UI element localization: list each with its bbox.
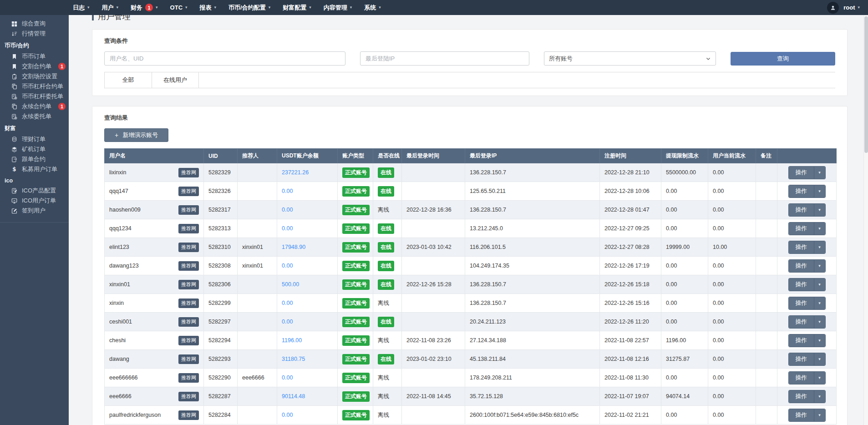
referral-badge[interactable]: 推荐网 — [178, 373, 199, 383]
sidebar-item[interactable]: 永续委托单 — [0, 111, 69, 121]
sidebar-item[interactable]: 币币订单 — [0, 51, 69, 61]
action-button[interactable]: 操作▾ — [788, 241, 826, 254]
balance-link[interactable]: 0.00 — [282, 374, 293, 381]
last-login-ip-input[interactable] — [360, 51, 529, 66]
balance-link[interactable]: 0.00 — [282, 188, 293, 194]
referral-badge[interactable]: 推荐网 — [178, 280, 199, 289]
nav-item-1[interactable]: 用户▾ — [102, 4, 119, 12]
balance-link[interactable]: 31180.75 — [282, 356, 305, 362]
action-dropdown-toggle[interactable]: ▾ — [814, 167, 825, 179]
action-button[interactable]: 操作▾ — [788, 166, 826, 179]
action-button[interactable]: 操作▾ — [788, 222, 826, 235]
sidebar-item[interactable]: 矿机订单 — [0, 144, 69, 154]
referral-badge[interactable]: 推荐网 — [178, 261, 199, 271]
referral-badge[interactable]: 推荐网 — [178, 354, 199, 364]
filter-tab-1[interactable]: 在线用户 — [152, 72, 199, 88]
action-button[interactable]: 操作▾ — [788, 259, 826, 273]
sidebar-item[interactable]: 私募用户订单 — [0, 164, 69, 174]
action-dropdown-toggle[interactable]: ▾ — [814, 334, 825, 347]
balance-link[interactable]: 90114.48 — [282, 393, 305, 400]
action-button[interactable]: 操作▾ — [788, 185, 826, 198]
sidebar-item[interactable]: 行情管理 — [0, 29, 69, 39]
action-button[interactable]: 操作▾ — [788, 278, 826, 291]
action-dropdown-toggle[interactable]: ▾ — [814, 241, 825, 253]
action-dropdown-toggle[interactable]: ▾ — [814, 409, 825, 421]
action-button-label[interactable]: 操作 — [789, 316, 814, 328]
nav-item-2[interactable]: 财务1▾ — [131, 4, 158, 12]
referral-badge[interactable]: 推荐网 — [178, 410, 199, 420]
action-dropdown-toggle[interactable]: ▾ — [814, 185, 825, 197]
action-button-label[interactable]: 操作 — [789, 372, 814, 384]
action-dropdown-toggle[interactable]: ▾ — [814, 316, 825, 328]
action-button[interactable]: 操作▾ — [788, 353, 826, 366]
action-button-label[interactable]: 操作 — [789, 241, 814, 253]
scrollbar-thumb[interactable] — [864, 16, 868, 153]
username-uid-input[interactable] — [104, 51, 345, 66]
user-menu[interactable]: root ▾ — [843, 4, 860, 11]
action-dropdown-toggle[interactable]: ▾ — [814, 223, 825, 235]
balance-link[interactable]: 1196.00 — [282, 337, 302, 344]
user-avatar[interactable] — [827, 2, 839, 14]
balance-link[interactable]: 0.00 — [282, 319, 293, 325]
balance-link[interactable]: 17948.90 — [282, 244, 305, 250]
action-button-label[interactable]: 操作 — [789, 260, 814, 272]
action-button[interactable]: 操作▾ — [788, 334, 826, 347]
action-dropdown-toggle[interactable]: ▾ — [814, 390, 825, 403]
balance-link[interactable]: 500.00 — [282, 281, 299, 288]
nav-item-7[interactable]: 内容管理▾ — [324, 4, 352, 12]
sidebar-item[interactable]: 签到用户 — [0, 206, 69, 216]
referral-badge[interactable]: 推荐网 — [178, 317, 199, 327]
add-demo-account-button[interactable]: + 新增演示账号 — [104, 128, 168, 142]
action-dropdown-toggle[interactable]: ▾ — [814, 260, 825, 272]
action-button[interactable]: 操作▾ — [788, 315, 826, 329]
nav-item-3[interactable]: OTC▾ — [170, 4, 188, 11]
action-button[interactable]: 操作▾ — [788, 297, 826, 310]
action-button-label[interactable]: 操作 — [789, 185, 814, 197]
sidebar-item[interactable]: ICO用户订单 — [0, 196, 69, 206]
sidebar-item[interactable]: 币币杠杆合约单 — [0, 81, 69, 91]
action-button-label[interactable]: 操作 — [789, 297, 814, 309]
balance-link[interactable]: 0.00 — [282, 263, 293, 269]
action-button-label[interactable]: 操作 — [789, 167, 814, 179]
referral-badge[interactable]: 推荐网 — [178, 205, 199, 215]
referral-badge[interactable]: 推荐网 — [178, 336, 199, 345]
action-dropdown-toggle[interactable]: ▾ — [814, 278, 825, 291]
action-dropdown-toggle[interactable]: ▾ — [814, 372, 825, 384]
referral-badge[interactable]: 推荐网 — [178, 299, 199, 308]
sidebar-item[interactable]: 币币杠杆委托单 — [0, 91, 69, 101]
referral-badge[interactable]: 推荐网 — [178, 392, 199, 401]
sidebar-item[interactable]: 综合查询 — [0, 19, 69, 29]
search-button[interactable]: 查询 — [731, 52, 835, 66]
account-type-select[interactable]: 所有账号 — [544, 51, 716, 66]
action-button-label[interactable]: 操作 — [789, 223, 814, 235]
sidebar-item[interactable]: 交割场控设置 — [0, 71, 69, 81]
action-button-label[interactable]: 操作 — [789, 204, 814, 216]
action-button[interactable]: 操作▾ — [788, 371, 826, 385]
sidebar-item[interactable]: ICO产品配置 — [0, 186, 69, 196]
page-scrollbar[interactable] — [863, 15, 868, 425]
balance-link[interactable]: 0.00 — [282, 207, 293, 213]
balance-link[interactable]: 237221.26 — [282, 169, 309, 176]
action-button[interactable]: 操作▾ — [788, 390, 826, 403]
sidebar-item[interactable]: 交割合约单1 — [0, 61, 69, 71]
action-button-label[interactable]: 操作 — [789, 353, 814, 365]
nav-item-5[interactable]: 币币/合约配置▾ — [228, 4, 270, 12]
sidebar-item[interactable]: 跟单合约 — [0, 154, 69, 164]
sidebar-item[interactable]: 理财订单 — [0, 134, 69, 144]
nav-item-8[interactable]: 系统▾ — [364, 4, 381, 12]
action-button[interactable]: 操作▾ — [788, 409, 826, 422]
action-dropdown-toggle[interactable]: ▾ — [814, 353, 825, 365]
nav-item-0[interactable]: 日志▾ — [73, 4, 90, 12]
action-dropdown-toggle[interactable]: ▾ — [814, 297, 825, 309]
nav-item-6[interactable]: 财富配置▾ — [283, 4, 311, 12]
referral-badge[interactable]: 推荐网 — [178, 187, 199, 196]
action-button-label[interactable]: 操作 — [789, 390, 814, 403]
referral-badge[interactable]: 推荐网 — [178, 168, 199, 177]
filter-tab-0[interactable]: 全部 — [104, 72, 152, 88]
action-button-label[interactable]: 操作 — [789, 334, 814, 347]
nav-item-4[interactable]: 报表▾ — [200, 4, 217, 12]
action-dropdown-toggle[interactable]: ▾ — [814, 204, 825, 216]
sidebar-item[interactable]: 永续合约单1 — [0, 101, 69, 111]
balance-link[interactable]: 0.00 — [282, 300, 293, 306]
action-button-label[interactable]: 操作 — [789, 409, 814, 421]
